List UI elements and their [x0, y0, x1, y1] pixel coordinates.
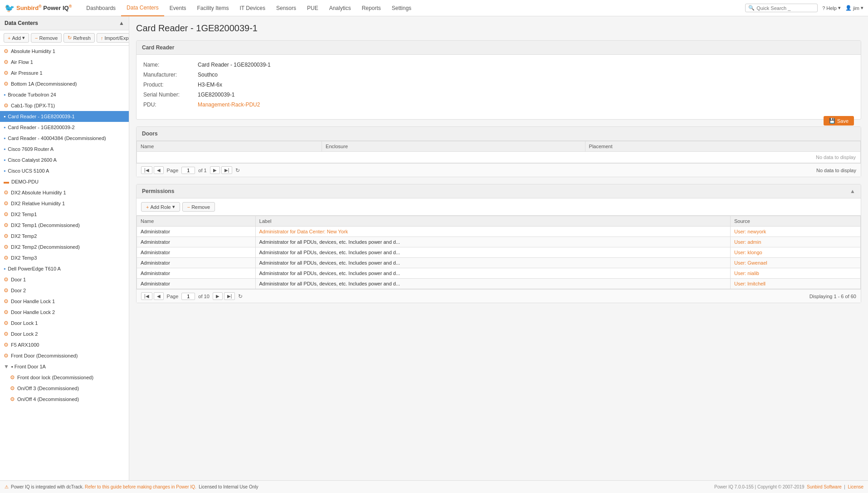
- nav-reports[interactable]: Reports: [356, 0, 386, 16]
- sidebar-item-cisco-catalyst[interactable]: ▪ Cisco Catalyst 2600 A: [0, 155, 129, 165]
- sensor-icon: ⚙: [4, 59, 9, 65]
- form-row-serial: Serial Number: 1GE8200039-1: [143, 92, 854, 98]
- sidebar-item-demo-pdu[interactable]: ▬ DEMO-PDU: [0, 176, 129, 187]
- remove-button[interactable]: − Remove: [31, 33, 62, 43]
- doors-refresh-btn[interactable]: ↻: [235, 167, 240, 174]
- add-button[interactable]: + Add ▾: [4, 33, 29, 43]
- search-icon: 🔍: [748, 5, 755, 11]
- remove-role-button[interactable]: − Remove: [182, 202, 215, 212]
- sidebar-item-front-door-decom[interactable]: ⚙ Front Door (Decommissioned): [0, 350, 129, 361]
- doors-next-page-btn[interactable]: ▶: [210, 166, 220, 174]
- sidebar-item-air-pressure[interactable]: ⚙ Air Pressure 1: [0, 68, 129, 78]
- sidebar-item-dx2-temp1[interactable]: ⚙ DX2 Temp1: [0, 209, 129, 220]
- perm-first-page-btn[interactable]: |◀: [141, 292, 152, 300]
- perm-source-cell[interactable]: User: lmitchell: [730, 279, 860, 289]
- top-nav: 🐦 Sunbird® Power IQ® Dashboards Data Cen…: [0, 0, 868, 16]
- sidebar-item-f5[interactable]: ⚙ F5 ARX1000: [0, 339, 129, 350]
- sidebar-item-cisco-ucs[interactable]: ▪ Cisco UCS 5100 A: [0, 165, 129, 176]
- nav-data-centers[interactable]: Data Centers: [121, 0, 164, 16]
- doors-table-container: Name Enclosure Placement No data to disp…: [137, 141, 861, 163]
- user-button[interactable]: 👤 jim ▾: [845, 5, 863, 11]
- sidebar-item-door-1[interactable]: ⚙ Door 1: [0, 274, 129, 285]
- sunbird-link[interactable]: Sunbird Software: [807, 484, 842, 489]
- perm-next-page-btn[interactable]: ▶: [213, 292, 223, 300]
- doors-col-enclosure: Enclosure: [322, 141, 585, 152]
- sidebar-item-dell[interactable]: ▪ Dell PowerEdge T610 A: [0, 263, 129, 274]
- sidebar-item-cisco-7609[interactable]: ▪ Cisco 7609 Router A: [0, 144, 129, 155]
- perm-refresh-btn[interactable]: ↻: [238, 293, 243, 300]
- doors-last-page-btn[interactable]: ▶|: [221, 166, 233, 174]
- nav-facility-items[interactable]: Facility Items: [191, 0, 234, 16]
- nav-sensors[interactable]: Sensors: [271, 0, 302, 16]
- sidebar-item-door-lock-1[interactable]: ⚙ Door Lock 1: [0, 318, 129, 329]
- perm-source-cell[interactable]: User: newyork: [730, 227, 860, 237]
- perm-display-info: Displaying 1 - 6 of 60: [809, 294, 856, 299]
- footer-warning-text: Power IQ is integrated with dcTrack.: [11, 484, 83, 489]
- doors-empty-text: No data to display: [137, 152, 861, 163]
- sidebar-item-front-door-1a[interactable]: ▼ ▪ Front Door 1A: [0, 361, 129, 372]
- save-button[interactable]: 💾 Save: [824, 116, 854, 126]
- perm-source-cell[interactable]: User: admin: [730, 237, 860, 247]
- add-role-button[interactable]: + Add Role ▾: [141, 202, 180, 212]
- sidebar-item-cab1-top[interactable]: ⚙ Cab1-Top (DPX-T1): [0, 100, 129, 111]
- app-logo: 🐦 Sunbird® Power IQ®: [5, 3, 72, 13]
- sidebar-item-card-reader-1[interactable]: ▪ Card Reader - 1GE8200039-1: [0, 111, 129, 122]
- sidebar-item-door-lock-2[interactable]: ⚙ Door Lock 2: [0, 329, 129, 339]
- sidebar-item-card-reader-decom[interactable]: ▪ Card Reader - 40004384 (Decommissioned…: [0, 133, 129, 144]
- table-row: Administrator Administrator for all PDUs…: [137, 268, 861, 279]
- license-link[interactable]: License: [848, 484, 863, 489]
- nav-pue[interactable]: PUE: [302, 0, 324, 16]
- permissions-collapse-btn[interactable]: ▲: [850, 188, 855, 194]
- manufacturer-value: Southco: [198, 72, 218, 78]
- perm-prev-page-btn[interactable]: ◀: [154, 292, 164, 300]
- sidebar-item-bottom-1a[interactable]: ⚙ Bottom 1A (Decommissioned): [0, 78, 129, 89]
- help-button[interactable]: ? Help ▾: [822, 5, 841, 11]
- sidebar-item-card-reader-2[interactable]: ▪ Card Reader - 1GE8200039-2: [0, 122, 129, 133]
- sidebar-item-dx2-rel-hum[interactable]: ⚙ DX2 Relative Humidity 1: [0, 198, 129, 209]
- doors-empty-row: No data to display: [137, 152, 861, 163]
- refresh-button[interactable]: ↻ Refresh: [63, 33, 95, 43]
- footer-guide-link[interactable]: Refer to this guide before making change…: [85, 484, 196, 489]
- sidebar-item-door-handle-lock-1[interactable]: ⚙ Door Handle Lock 1: [0, 296, 129, 307]
- perm-page-input[interactable]: [181, 293, 195, 300]
- quick-search-input[interactable]: [756, 5, 815, 11]
- nav-analytics[interactable]: Analytics: [324, 0, 356, 16]
- device-icon: ▪: [4, 135, 5, 141]
- doors-first-page-btn[interactable]: |◀: [141, 166, 152, 174]
- sensor-icon: ⚙: [10, 396, 15, 402]
- perm-source-cell[interactable]: User: Gwenael: [730, 258, 860, 268]
- table-row: Administrator Administrator for all PDUs…: [137, 258, 861, 268]
- perm-source-cell[interactable]: User: klongo: [730, 247, 860, 258]
- quick-search-container[interactable]: 🔍: [745, 4, 818, 12]
- sidebar-item-front-door-lock[interactable]: ⚙ Front door lock (Decommissioned): [0, 372, 129, 383]
- sidebar-item-onoff-4[interactable]: ⚙ On/Off 4 (Decommissioned): [0, 394, 129, 405]
- sensor-icon: ⚙: [4, 211, 9, 218]
- sidebar-item-door-2[interactable]: ⚙ Door 2: [0, 285, 129, 296]
- sidebar-collapse-btn[interactable]: ▲: [119, 20, 124, 26]
- perm-source-cell[interactable]: User: nialib: [730, 268, 860, 279]
- nav-events[interactable]: Events: [164, 0, 192, 16]
- sidebar-item-dx2-temp2-decom[interactable]: ⚙ DX2 Temp2 (Decommissioned): [0, 242, 129, 252]
- form-row-name: Name: Card Reader - 1GE8200039-1: [143, 62, 854, 68]
- sidebar-item-dx2-temp3[interactable]: ⚙ DX2 Temp3: [0, 252, 129, 263]
- sidebar-item-door-handle-lock-2[interactable]: ⚙ Door Handle Lock 2: [0, 307, 129, 318]
- sidebar-item-brocade[interactable]: ▪ Brocade TurboIron 24: [0, 89, 129, 100]
- perm-label-cell[interactable]: Administrator for Data Center: New York: [255, 227, 730, 237]
- nav-settings[interactable]: Settings: [386, 0, 417, 16]
- sidebar-item-absolute-humidity[interactable]: ⚙ Absolute Humidity 1: [0, 46, 129, 57]
- nav-it-devices[interactable]: IT Devices: [234, 0, 270, 16]
- pdu-value[interactable]: Management-Rack-PDU2: [198, 102, 260, 108]
- sidebar-item-dx2-temp2[interactable]: ⚙ DX2 Temp2: [0, 231, 129, 242]
- sidebar-item-dx2-abs-hum[interactable]: ⚙ DX2 Absolute Humidity 1: [0, 187, 129, 198]
- perm-last-page-btn[interactable]: ▶|: [224, 292, 235, 300]
- sidebar-item-onoff-3[interactable]: ⚙ On/Off 3 (Decommissioned): [0, 383, 129, 394]
- doors-col-placement: Placement: [585, 141, 860, 152]
- doors-page-input[interactable]: [181, 167, 195, 174]
- nav-dashboards[interactable]: Dashboards: [81, 0, 121, 16]
- import-export-button[interactable]: ↑ Import/Export: [97, 33, 129, 43]
- sidebar-item-air-flow[interactable]: ⚙ Air Flow 1: [0, 57, 129, 68]
- user-icon: 👤: [845, 5, 852, 11]
- sidebar-item-dx2-temp1-decom[interactable]: ⚙ DX2 Temp1 (Decommissioned): [0, 220, 129, 231]
- remove-role-icon: −: [187, 204, 190, 210]
- doors-prev-page-btn[interactable]: ◀: [154, 166, 164, 174]
